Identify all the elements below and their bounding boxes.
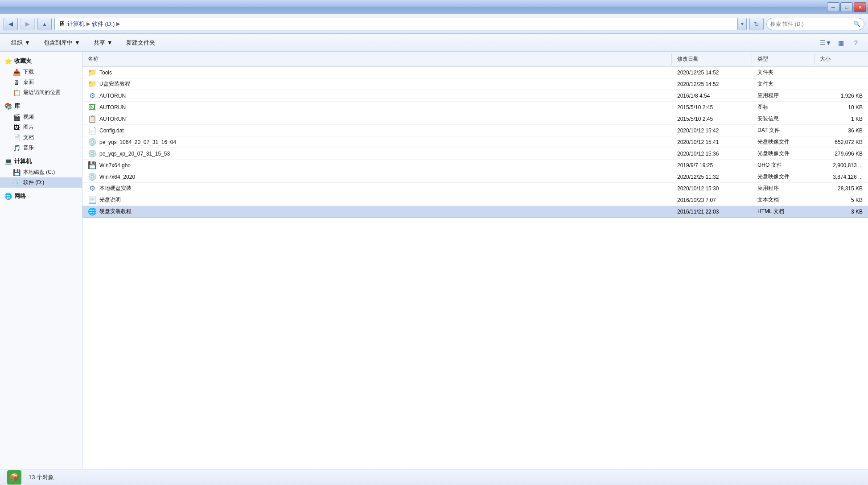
share-label: 共享 — [94, 39, 105, 47]
sidebar-item-video[interactable]: 🎬 视频 — [0, 112, 82, 122]
sidebar-item-picture[interactable]: 🖼 图片 — [0, 122, 82, 132]
search-input[interactable] — [770, 21, 852, 27]
table-row[interactable]: 📁 Tools 2020/12/25 14:52 文件夹 — [82, 67, 868, 78]
forward-button[interactable]: ▶ — [21, 18, 35, 30]
picture-icon: 🖼 — [12, 124, 21, 131]
toolbar-right: ☰ ▼ ▦ ? — [819, 37, 863, 49]
file-size-cell: 1,926 KB — [815, 90, 868, 101]
table-row[interactable]: 📁 U盘安装教程 2020/12/25 14:52 文件夹 — [82, 78, 868, 90]
file-name-cell: 💿 pe_yqs_xp_20_07_31_15_53 — [82, 148, 672, 159]
breadcrumb-sep2: ▶ — [116, 21, 120, 27]
sidebar-item-download[interactable]: 📥 下载 — [0, 67, 82, 77]
recent-label: 最近访问的位置 — [23, 89, 61, 96]
network-icon: 🌐 — [4, 193, 12, 200]
organize-button[interactable]: 组织 ▼ — [5, 36, 36, 49]
column-name[interactable]: 名称 — [82, 53, 672, 65]
toolbar: 组织 ▼ 包含到库中 ▼ 共享 ▼ 新建文件夹 ☰ ▼ ▦ ? — [0, 34, 868, 52]
minimize-button[interactable]: ─ — [827, 2, 839, 12]
file-type-cell: 应用程序 — [752, 183, 815, 194]
sidebar-item-music[interactable]: 🎵 音乐 — [0, 143, 82, 153]
video-label: 视频 — [23, 113, 34, 121]
breadcrumb-computer[interactable]: 计算机 — [67, 20, 85, 28]
sidebar-item-document[interactable]: 📄 文档 — [0, 132, 82, 143]
maximize-button[interactable]: □ — [840, 2, 853, 12]
file-name-cell: 📄 Config.dat — [82, 125, 672, 136]
table-row[interactable]: 📃 光盘说明 2016/10/23 7:07 文本文档 5 KB — [82, 194, 868, 206]
file-size-cell: 10 KB — [815, 102, 868, 113]
document-label: 文档 — [23, 134, 34, 141]
table-row[interactable]: 💿 pe_yqs_1064_20_07_31_16_04 2020/10/12 … — [82, 136, 868, 148]
table-row[interactable]: ⚙ AUTORUN 2016/1/8 4:54 应用程序 1,926 KB — [82, 90, 868, 102]
breadcrumb-dropdown-button[interactable]: ▼ — [738, 18, 747, 30]
file-list-header: 名称 修改日期 类型 大小 — [82, 52, 868, 67]
favorites-label: 收藏夹 — [14, 57, 32, 65]
share-button[interactable]: 共享 ▼ — [88, 36, 119, 49]
organize-arrow-icon: ▼ — [25, 39, 30, 46]
file-modified-cell: 2015/5/10 2:45 — [672, 113, 752, 124]
folder-icon: 📁 — [88, 80, 97, 88]
close-button[interactable]: ✕ — [854, 2, 866, 12]
sidebar-section-computer: 💻 计算机 💾 本地磁盘 (C:) 💿 软件 (D:) — [0, 156, 82, 188]
favorites-icon: ⭐ — [4, 58, 12, 65]
d-drive-label: 软件 (D:) — [23, 179, 44, 186]
document-icon: 📄 — [12, 134, 21, 141]
file-name-cell: 📁 Tools — [82, 67, 672, 78]
table-row[interactable]: 💿 Win7x64_2020 2020/12/25 11:32 光盘映像文件 3… — [82, 171, 868, 183]
sidebar-section-library: 📚 库 🎬 视频 🖼 图片 📄 文档 🎵 音乐 — [0, 100, 82, 153]
file-size-cell: 36 KB — [815, 125, 868, 136]
file-name: Config.dat — [99, 127, 124, 134]
up-button[interactable]: ▲ — [37, 18, 52, 30]
breadcrumb-d-drive[interactable]: 软件 (D:) — [92, 20, 115, 28]
file-name: 光盘说明 — [99, 196, 121, 204]
file-name-cell: ⚙ AUTORUN — [82, 90, 672, 101]
desktop-label: 桌面 — [23, 78, 34, 86]
file-name-cell: 💾 Win7x64.gho — [82, 160, 672, 171]
new-folder-button[interactable]: 新建文件夹 — [120, 36, 161, 49]
sidebar-item-d-drive[interactable]: 💿 软件 (D:) — [0, 177, 82, 188]
search-icon[interactable]: 🔍 — [853, 21, 860, 27]
file-modified-cell: 2020/10/12 15:36 — [672, 148, 752, 159]
file-name-cell: 📁 U盘安装教程 — [82, 78, 672, 90]
column-type[interactable]: 类型 — [752, 53, 815, 65]
sidebar-header-network[interactable]: 🌐 网络 — [0, 190, 82, 202]
video-icon: 🎬 — [12, 114, 21, 121]
picture-label: 图片 — [23, 123, 34, 131]
table-row[interactable]: 📋 AUTORUN 2015/5/10 2:45 安装信息 1 KB — [82, 113, 868, 125]
include-library-button[interactable]: 包含到库中 ▼ — [38, 36, 86, 49]
html-icon: 🌐 — [88, 208, 97, 216]
file-name: AUTORUN — [99, 116, 126, 122]
file-name: AUTORUN — [99, 93, 126, 99]
file-list-container: 名称 修改日期 类型 大小 📁 Tools 2020/12/25 14:52 文… — [82, 52, 868, 469]
help-button[interactable]: ? — [849, 37, 863, 49]
layout-button[interactable]: ▦ — [834, 37, 847, 49]
exe-icon: ⚙ — [88, 185, 97, 193]
view-arrow-icon: ▼ — [826, 39, 832, 46]
iso-icon: 💿 — [88, 138, 97, 146]
sidebar-header-favorites[interactable]: ⭐ 收藏夹 — [0, 55, 82, 67]
file-modified-cell: 2020/12/25 14:52 — [672, 78, 752, 90]
table-row[interactable]: 📄 Config.dat 2020/10/12 15:42 DAT 文件 36 … — [82, 125, 868, 136]
table-row[interactable]: 💿 pe_yqs_xp_20_07_31_15_53 2020/10/12 15… — [82, 148, 868, 160]
table-row[interactable]: 🖼 AUTORUN 2015/5/10 2:45 图标 10 KB — [82, 102, 868, 113]
table-row[interactable]: 💾 Win7x64.gho 2019/9/7 19:25 GHO 文件 2,90… — [82, 160, 868, 171]
table-row[interactable]: ⚙ 本地硬盘安装 2020/10/12 15:30 应用程序 28,315 KB — [82, 183, 868, 194]
back-button[interactable]: ◀ — [4, 18, 18, 30]
download-icon: 📥 — [12, 69, 21, 76]
file-size-cell: 279,696 KB — [815, 148, 868, 159]
sidebar-header-library[interactable]: 📚 库 — [0, 100, 82, 112]
column-size[interactable]: 大小 — [815, 53, 868, 65]
view-options-button[interactable]: ☰ ▼ — [819, 37, 832, 49]
refresh-button[interactable]: ↻ — [749, 18, 764, 30]
file-type-cell: 光盘映像文件 — [752, 171, 815, 182]
file-name: 本地硬盘安装 — [99, 185, 132, 192]
sidebar-header-computer[interactable]: 💻 计算机 — [0, 156, 82, 167]
file-modified-cell: 2016/10/23 7:07 — [672, 194, 752, 206]
column-modified[interactable]: 修改日期 — [672, 53, 752, 65]
sidebar-item-c-drive[interactable]: 💾 本地磁盘 (C:) — [0, 167, 82, 177]
file-modified-cell: 2020/12/25 11:32 — [672, 171, 752, 182]
status-app-icon: 📦 — [7, 470, 21, 485]
table-row[interactable]: 🌐 硬盘安装教程 2016/11/21 22:03 HTML 文档 3 KB — [82, 206, 868, 218]
sidebar-item-recent[interactable]: 📋 最近访问的位置 — [0, 87, 82, 98]
breadcrumb-computer-icon: 🖥 — [58, 20, 66, 28]
sidebar-item-desktop[interactable]: 🖥 桌面 — [0, 77, 82, 87]
